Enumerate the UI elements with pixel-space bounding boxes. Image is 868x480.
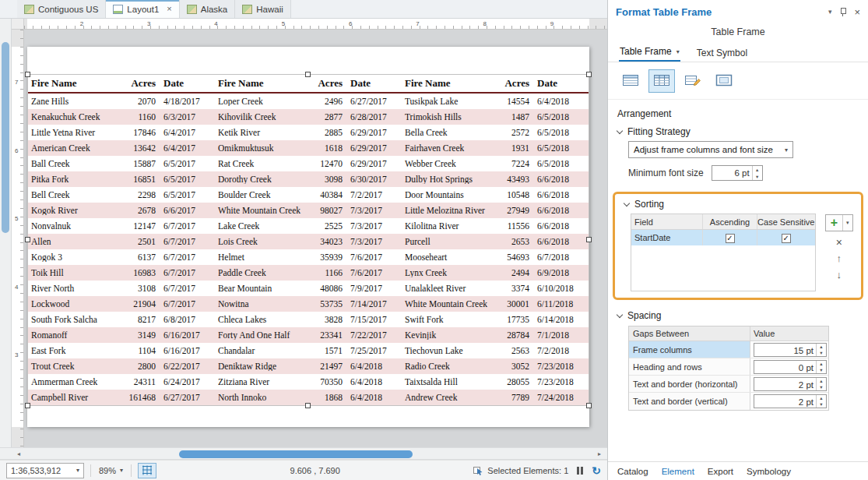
spacing-header[interactable]: Spacing: [608, 303, 868, 323]
spacing-value-cell: 2 pt▴▾: [750, 376, 828, 392]
pause-drawing-button[interactable]: [575, 467, 585, 475]
ascending-checkbox[interactable]: ✓: [726, 234, 735, 243]
spinner-up-icon[interactable]: ▴: [817, 361, 826, 367]
selection-handle[interactable]: [25, 72, 30, 77]
close-panel-icon[interactable]: ×: [854, 7, 860, 17]
table-cell: 27949: [489, 206, 529, 215]
spinner-buttons[interactable]: ▴▾: [752, 166, 762, 180]
selection-handle[interactable]: [586, 403, 592, 408]
selection-handle[interactable]: [25, 237, 30, 242]
refresh-icon[interactable]: ↻: [592, 465, 601, 476]
table-row: Fairhaven Creek19316/5/2018: [402, 140, 589, 156]
table-frame-button[interactable]: [617, 69, 644, 93]
spinner-up-icon[interactable]: ▴: [817, 344, 826, 350]
table-cell: 7/3/2017: [343, 221, 402, 231]
map-scale-combo[interactable]: 1:36,533,912 ▾: [6, 463, 84, 478]
table-row: Deniktaw Ridge214976/4/2018: [215, 358, 402, 374]
table-header-cell: Date: [343, 77, 402, 90]
zoom-level-dropdown[interactable]: 89% ▾: [97, 466, 125, 475]
vertical-scrollbar-thumb[interactable]: [2, 42, 9, 233]
spinner-down-icon[interactable]: ▾: [817, 350, 826, 356]
spacing-row-label[interactable]: Text and border (horizontal): [629, 376, 750, 392]
move-up-button[interactable]: ↑: [837, 253, 842, 264]
chevron-down-icon[interactable]: ▾: [780, 146, 792, 154]
table-row: Chleca Lakes38287/15/2017: [215, 312, 402, 327]
selection-handle[interactable]: [25, 403, 30, 408]
chevron-down-icon[interactable]: ▾: [842, 215, 852, 231]
frame-border-button[interactable]: [711, 69, 737, 93]
panel-title: Format Table Frame: [616, 6, 821, 18]
sorting-header[interactable]: Sorting: [620, 194, 856, 214]
spacing-value-spinner[interactable]: 0 pt▴▾: [754, 360, 827, 374]
pin-icon[interactable]: [838, 7, 847, 16]
spinner-down-icon[interactable]: ▾: [753, 173, 762, 180]
tab-table-frame[interactable]: Table Frame ▾: [619, 43, 680, 62]
vertical-scrollbar[interactable]: [0, 19, 12, 447]
move-down-button[interactable]: ↓: [837, 270, 842, 281]
sorting-table-header: Field Ascending Case Sensitive: [631, 214, 815, 230]
table-edit-button[interactable]: [680, 69, 706, 93]
table-frame[interactable]: Fire NameAcresDateZane Hills20704/18/201…: [28, 75, 589, 405]
spacing-value-spinner[interactable]: 2 pt▴▾: [754, 394, 827, 408]
table-columns-button[interactable]: [648, 69, 675, 93]
selection-handle[interactable]: [586, 72, 592, 77]
minimum-font-size-spinner[interactable]: 6 pt ▴▾: [712, 165, 763, 181]
bottom-tab-catalog[interactable]: Catalog: [617, 467, 648, 476]
close-tab-icon[interactable]: ×: [167, 5, 171, 13]
table-cell: 2494: [489, 268, 529, 277]
spinner-up-icon[interactable]: ▴: [817, 378, 826, 384]
table-row: Tusikpak Lake145546/4/2018: [402, 94, 589, 109]
spinner-buttons[interactable]: ▴▾: [816, 361, 826, 373]
scroll-left-icon[interactable]: ◂: [13, 450, 24, 459]
selection-handle[interactable]: [305, 72, 311, 77]
panel-menu-icon[interactable]: ▾: [828, 8, 832, 16]
table-cell: 6/29/2017: [343, 159, 402, 168]
remove-sort-field-button[interactable]: ×: [836, 237, 842, 248]
sorting-col-field: Field: [631, 214, 703, 229]
layout-page[interactable]: Fire NameAcresDateZane Hills20704/18/201…: [27, 47, 589, 427]
table-cell: 6/6/2018: [529, 206, 589, 215]
spacing-value-spinner[interactable]: 15 pt▴▾: [754, 343, 827, 357]
scroll-right-icon[interactable]: ▸: [594, 450, 605, 459]
spinner-up-icon[interactable]: ▴: [817, 395, 826, 401]
spinner-down-icon[interactable]: ▾: [817, 367, 826, 373]
tab-text-symbol[interactable]: Text Symbol: [696, 44, 748, 62]
sorting-row[interactable]: StartDate✓✓: [631, 230, 815, 245]
snap-grid-button[interactable]: [138, 463, 156, 478]
chevron-down-icon[interactable]: ▾: [120, 467, 123, 474]
doc-tab-layout1[interactable]: Layout1×: [106, 0, 179, 18]
bottom-tab-export[interactable]: Export: [708, 467, 733, 476]
table-cell: Helmet: [215, 252, 302, 262]
plus-icon[interactable]: +: [826, 215, 842, 231]
spinner-buttons[interactable]: ▴▾: [816, 395, 826, 408]
add-sort-field-button[interactable]: + ▾: [825, 214, 853, 231]
bottom-tab-element[interactable]: Element: [662, 467, 694, 476]
spacing-row-label[interactable]: Text and border (vertical): [629, 393, 750, 410]
case-sensitive-checkbox[interactable]: ✓: [782, 234, 791, 243]
doc-tab-contiguous-us[interactable]: Contiguous US: [17, 0, 106, 18]
doc-tab-alaska[interactable]: Alaska: [180, 0, 236, 18]
fitting-strategy-dropdown[interactable]: Adjust frame columns and font size ▾: [628, 141, 793, 158]
spinner-down-icon[interactable]: ▾: [817, 384, 826, 390]
selected-elements-indicator[interactable]: Selected Elements: 1: [473, 465, 568, 475]
table-cell: Kevinjik: [402, 330, 489, 340]
table-cell: Andrew Creek: [402, 393, 489, 402]
spacing-row-label[interactable]: Heading and rows: [629, 358, 750, 375]
spacing-row-label[interactable]: Frame columns: [629, 341, 750, 358]
spinner-buttons[interactable]: ▴▾: [816, 378, 826, 390]
selection-handle[interactable]: [305, 403, 311, 408]
spacing-value-spinner[interactable]: 2 pt▴▾: [754, 377, 827, 391]
layout-canvas[interactable]: Fire NameAcresDateZane Hills20704/18/201…: [24, 30, 607, 447]
spinner-buttons[interactable]: ▴▾: [816, 344, 826, 356]
spinner-up-icon[interactable]: ▴: [753, 166, 762, 173]
doc-tab-hawaii[interactable]: Hawaii: [235, 0, 291, 18]
chevron-down-icon[interactable]: ▾: [76, 467, 79, 474]
horizontal-scrollbar-thumb[interactable]: [179, 450, 413, 458]
bottom-tab-symbology[interactable]: Symbology: [747, 467, 791, 476]
chevron-down-icon[interactable]: ▾: [676, 48, 680, 55]
spinner-down-icon[interactable]: ▾: [817, 401, 826, 408]
table-cell: 28055: [489, 377, 529, 386]
fitting-strategy-header[interactable]: Fitting Strategy: [608, 119, 868, 139]
selection-handle[interactable]: [586, 237, 592, 242]
horizontal-scrollbar[interactable]: ◂ ▸: [0, 447, 607, 460]
